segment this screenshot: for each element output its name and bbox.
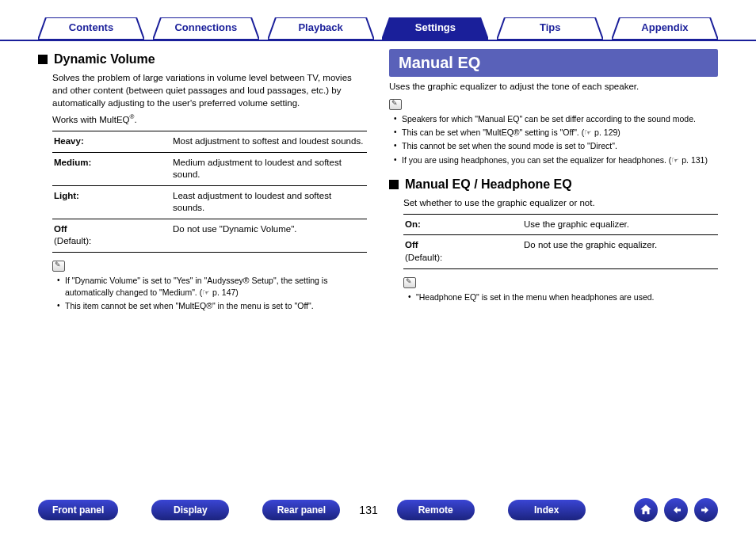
note-item: Speakers for which "Manual EQ" can be se… <box>394 113 718 125</box>
arrow-left-icon <box>669 503 683 517</box>
works-suffix: . <box>134 115 136 124</box>
sub-desc: Set whether to use the graphic equalizer… <box>403 196 718 209</box>
note-icon <box>389 99 402 110</box>
option-label: Off (Default): <box>405 239 524 264</box>
option-desc: Medium adjustment to loudest and softest… <box>173 157 365 181</box>
manual-eq-desc: Uses the graphic equalizer to adjust the… <box>389 82 718 91</box>
heading-text: Manual EQ / Headphone EQ <box>405 177 572 192</box>
option-row: Medium: Medium adjustment to loudest and… <box>52 152 367 185</box>
option-desc: Do not use "Dynamic Volume". <box>173 223 365 248</box>
tab-label: Settings <box>415 21 456 33</box>
dynamic-volume-desc: Solves the problem of large variations i… <box>52 71 367 109</box>
tab-label: Connections <box>174 21 237 33</box>
tab-playback[interactable]: Playback <box>268 17 374 40</box>
option-desc: Use the graphic equalizer. <box>524 219 716 231</box>
manual-eq-banner: Manual EQ <box>389 49 718 77</box>
option-row: Off (Default): Do not use "Dynamic Volum… <box>52 219 367 253</box>
right-column: Manual EQ Uses the graphic equalizer to … <box>389 49 718 314</box>
footer-btn-remote[interactable]: Remote <box>397 500 475 520</box>
note-item: This item cannot be set when "MultEQ®" i… <box>57 300 367 312</box>
footer-btn-index[interactable]: Index <box>508 500 586 520</box>
page-number: 131 <box>359 504 377 516</box>
footer-btn-rear-panel[interactable]: Rear panel <box>262 500 340 520</box>
tab-contents[interactable]: Contents <box>38 17 144 40</box>
square-bullet-icon <box>389 180 399 189</box>
option-label-default: (Default): <box>405 253 442 262</box>
option-label: Medium: <box>54 157 173 181</box>
home-icon <box>639 503 653 517</box>
prev-button[interactable] <box>664 498 688 522</box>
tab-settings[interactable]: Settings <box>382 17 488 40</box>
home-button[interactable] <box>634 498 658 522</box>
option-row: Heavy: Most adjustment to softest and lo… <box>52 131 367 152</box>
headphone-eq-notes: "Headphone EQ" is set in the menu when h… <box>408 291 718 303</box>
option-label: On: <box>405 219 524 231</box>
heading-text: Dynamic Volume <box>54 52 155 67</box>
option-label: Off (Default): <box>54 223 173 248</box>
tab-connections[interactable]: Connections <box>153 17 259 40</box>
tab-label: Appendix <box>641 21 688 33</box>
option-desc: Most adjustment to softest and loudest s… <box>173 135 365 148</box>
option-label-main: Off <box>405 240 418 249</box>
tab-tips[interactable]: Tips <box>497 17 603 40</box>
manual-eq-options: On: Use the graphic equalizer. Off (Defa… <box>403 214 718 269</box>
next-button[interactable] <box>694 498 718 522</box>
option-label-main: Off <box>54 224 67 234</box>
heading-dynamic-volume: Dynamic Volume <box>38 52 367 67</box>
option-desc: Least adjustment to loudest and softest … <box>173 190 365 215</box>
square-bullet-icon <box>38 55 48 64</box>
works-with-line: Works with MultEQ®. <box>52 112 367 126</box>
footer-btn-display[interactable]: Display <box>151 500 229 520</box>
manual-eq-notes: Speakers for which "Manual EQ" can be se… <box>394 113 718 166</box>
note-icon <box>403 277 416 288</box>
tab-label: Playback <box>298 21 342 33</box>
top-nav: Contents Connections Playback Settings T… <box>0 0 756 41</box>
note-item: If you are using headphones, you can set… <box>394 154 718 166</box>
note-item: This cannot be set when the sound mode i… <box>394 140 718 152</box>
note-item: "Headphone EQ" is set in the menu when h… <box>408 291 718 303</box>
tab-label: Contents <box>69 21 113 33</box>
note-item: If "Dynamic Volume" is set to "Yes" in "… <box>57 275 367 299</box>
heading-manual-eq-headphone: Manual EQ / Headphone EQ <box>389 177 718 192</box>
arrow-right-icon <box>699 503 713 517</box>
note-icon <box>52 261 65 272</box>
content-area: Dynamic Volume Solves the problem of lar… <box>0 41 756 314</box>
option-desc: Do not use the graphic equalizer. <box>524 239 716 264</box>
option-row: On: Use the graphic equalizer. <box>403 214 718 235</box>
option-label: Heavy: <box>54 135 173 148</box>
option-row: Off (Default): Do not use the graphic eq… <box>403 234 718 268</box>
note-item: This can be set when "MultEQ®" setting i… <box>394 127 718 139</box>
tab-appendix[interactable]: Appendix <box>612 17 718 40</box>
option-label-default: (Default): <box>54 236 91 246</box>
tab-label: Tips <box>540 21 561 33</box>
footer-btn-front-panel[interactable]: Front panel <box>38 500 118 520</box>
option-row: Light: Least adjustment to loudest and s… <box>52 185 367 219</box>
footer-nav: Front panel Display Rear panel 131 Remot… <box>0 498 756 522</box>
left-column: Dynamic Volume Solves the problem of lar… <box>38 49 367 314</box>
dynamic-volume-notes: If "Dynamic Volume" is set to "Yes" in "… <box>57 275 367 313</box>
dynamic-volume-options: Heavy: Most adjustment to softest and lo… <box>52 131 367 253</box>
works-prefix: Works with MultEQ <box>52 115 130 124</box>
option-label: Light: <box>54 190 173 215</box>
